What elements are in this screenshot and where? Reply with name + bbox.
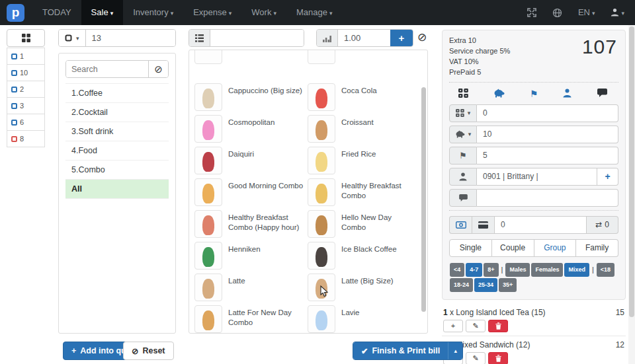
credit-card-icon[interactable] (472, 216, 494, 234)
flag-field-input[interactable] (477, 147, 618, 164)
group-type-single[interactable]: Single (449, 239, 492, 257)
nav-item-manage[interactable]: Manage▾ (286, 0, 343, 25)
search-input[interactable] (66, 61, 148, 77)
fullscreen-icon[interactable] (519, 8, 544, 17)
product-tile[interactable]: Cappuccino (Big size) (194, 81, 305, 113)
category-item-1-coffee[interactable]: 1.Coffee (65, 84, 169, 103)
table-status-icon (11, 54, 17, 59)
edit-item-button[interactable]: ✎ (466, 352, 486, 364)
comment-icon[interactable] (449, 189, 477, 207)
increase-qty-button[interactable]: + (443, 320, 463, 332)
language-menu[interactable]: EN▾ (570, 0, 603, 26)
queue-input[interactable] (210, 30, 304, 46)
product-tile[interactable]: Ice Black Coffee (308, 240, 418, 272)
amount-input[interactable] (338, 30, 390, 46)
product-image (194, 178, 222, 206)
product-photo-placeholder (316, 247, 327, 267)
grid-dots-icon[interactable]: ▾ (449, 104, 477, 122)
payment-amount-input[interactable] (494, 216, 587, 234)
product-tile[interactable]: Lavie (308, 303, 418, 334)
flag-icon[interactable]: ⚑ (528, 89, 540, 99)
group-type-group[interactable]: Group (534, 239, 577, 257)
product-tile[interactable]: Healthy Breakfast Combo (Happy hour) (194, 208, 305, 240)
tag-8-[interactable]: 8+ (484, 263, 498, 277)
edit-item-button[interactable]: ✎ (466, 320, 486, 332)
tag-females[interactable]: Females (531, 263, 563, 277)
product-tile[interactable]: Good Morning Combo (194, 176, 305, 208)
product-tile[interactable]: Croissant (308, 113, 418, 145)
exchange-button[interactable]: ⇄ 0 (587, 216, 618, 234)
nav-item-expense[interactable]: Expense▾ (183, 0, 241, 25)
app-logo[interactable]: p (7, 4, 24, 22)
product-tile[interactable]: Latte (Big Size) (308, 272, 418, 303)
grid-dots-icon[interactable] (458, 89, 470, 99)
category-item-2-cocktail[interactable]: 2.Cocktail (65, 103, 169, 122)
tag-25-34[interactable]: 25-34 (474, 278, 497, 292)
table-item-10[interactable]: 10 (7, 65, 44, 81)
product-grid-scrollbar[interactable] (421, 53, 426, 330)
table-item-6[interactable]: 6 (7, 114, 44, 131)
add-customer-button[interactable]: + (597, 168, 618, 186)
delete-item-button[interactable] (488, 320, 508, 332)
ban-icon: ⊘ (132, 346, 138, 356)
product-tile[interactable]: Hello New Day Combo (308, 208, 418, 240)
covers-field-input[interactable] (477, 104, 618, 122)
product-tile[interactable]: Fried Rice (308, 145, 418, 176)
group-type-couple[interactable]: Couple (492, 239, 534, 257)
cash-icon[interactable] (449, 216, 472, 234)
comment-icon[interactable] (597, 89, 609, 99)
flag-icon[interactable]: ⚑ (449, 147, 477, 164)
product-name: Healthy Breakfast Combo (Happy hour) (228, 210, 305, 233)
page-scrollbar[interactable] (628, 25, 635, 364)
category-item-5-combo[interactable]: 5.Combo (65, 161, 169, 180)
nav-item-work[interactable]: Work▾ (241, 0, 286, 25)
nav-item-today[interactable]: TODAY (32, 0, 81, 25)
category-item-4-food[interactable]: 4.Food (65, 141, 169, 161)
clear-amount-button[interactable]: ⊘ (417, 30, 427, 44)
table-select-dropdown[interactable]: ▾ (59, 30, 86, 46)
tag--18[interactable]: <18 (597, 263, 614, 277)
product-tile[interactable]: Healthy Breakfast Combo (308, 176, 418, 208)
note-field-input[interactable] (477, 189, 618, 207)
tag-mixed[interactable]: Mixed (564, 263, 589, 277)
clear-search-button[interactable]: ⊘ (148, 61, 168, 77)
tag-35-[interactable]: 35+ (499, 278, 517, 292)
person-icon[interactable] (449, 168, 477, 186)
reset-button[interactable]: ⊘ Reset (123, 342, 174, 360)
delete-item-button[interactable] (488, 352, 508, 364)
customer-field-input[interactable] (477, 168, 597, 186)
group-type-family[interactable]: Family (576, 239, 618, 257)
globe-icon[interactable] (544, 8, 570, 18)
person-icon[interactable] (563, 89, 575, 99)
table-item-8[interactable]: 8 (7, 131, 44, 147)
user-menu[interactable]: ▾ (603, 0, 635, 26)
add-amount-button[interactable]: + (390, 30, 413, 46)
product-tile[interactable]: Coca Cola (308, 81, 418, 113)
piggy-bank-icon[interactable] (493, 89, 505, 99)
product-name: Fried Rice (341, 147, 376, 159)
table-number-input[interactable] (86, 30, 175, 46)
product-tile[interactable]: Latte For New Day Combo (194, 303, 305, 334)
finish-print-bill-button[interactable]: ✔ Finish & Print bill ▴ (353, 342, 463, 360)
piggy-bank-icon[interactable]: ▾ (449, 126, 477, 143)
product-tile[interactable]: Henniken (194, 240, 305, 272)
tag-4-7[interactable]: 4-7 (466, 263, 482, 277)
product-tile[interactable]: Latte (194, 272, 305, 303)
nav-item-sale[interactable]: Sale▾ (81, 0, 124, 25)
summary-line: PrePaid 5 (449, 67, 618, 78)
table-item-2[interactable]: 2 (7, 81, 44, 98)
discount-field-input[interactable] (477, 126, 618, 143)
nav-item-inventory[interactable]: Inventory▾ (123, 0, 183, 25)
tag--4[interactable]: <4 (450, 263, 464, 277)
product-tile[interactable]: Cosmopolitan (194, 113, 305, 145)
grid-view-button[interactable] (7, 29, 45, 47)
chevron-up-icon[interactable]: ▴ (448, 342, 462, 359)
tag-18-24[interactable]: 18-24 (450, 278, 473, 292)
table-item-1[interactable]: 1 (7, 48, 44, 65)
table-item-3[interactable]: 3 (7, 98, 44, 114)
tag-males[interactable]: Males (505, 263, 530, 277)
product-name: Henniken (228, 242, 261, 254)
category-item-3-soft-drink[interactable]: 3.Soft drink (65, 122, 169, 141)
category-item-all[interactable]: All (65, 180, 169, 199)
product-tile[interactable]: Daiquiri (194, 145, 305, 176)
